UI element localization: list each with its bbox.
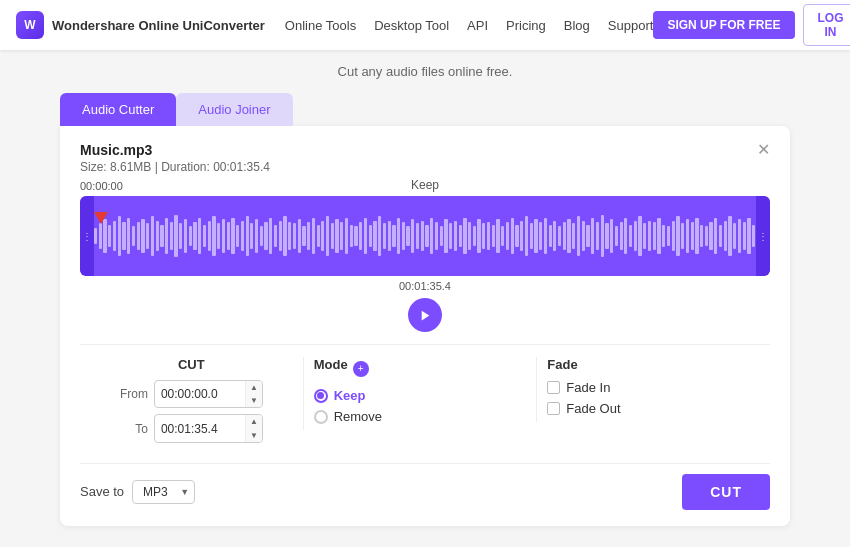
file-meta: Size: 8.61MB | Duration: 00:01:35.4 bbox=[80, 160, 270, 174]
mode-help-icon[interactable]: + bbox=[353, 361, 369, 377]
nav-link-api[interactable]: API bbox=[467, 18, 488, 33]
format-wrapper: MP3 AAC WAV OGG FLAC bbox=[132, 480, 195, 504]
playhead bbox=[94, 212, 108, 224]
to-spinner: ▲ ▼ bbox=[245, 415, 262, 441]
from-label: From bbox=[120, 387, 148, 401]
radio-remove-circle bbox=[314, 410, 328, 424]
from-input-wrapper: ▲ ▼ bbox=[154, 380, 263, 408]
mode-section: Mode + Keep Remove bbox=[303, 357, 537, 430]
bottom-bar: Save to MP3 AAC WAV OGG FLAC CUT bbox=[80, 463, 770, 510]
nav-link-desktop-tool[interactable]: Desktop Tool bbox=[374, 18, 449, 33]
radio-keep[interactable]: Keep bbox=[314, 388, 537, 403]
from-increment[interactable]: ▲ bbox=[246, 381, 262, 394]
checkbox-fade-out[interactable]: Fade Out bbox=[547, 401, 770, 416]
to-row: To ▲ ▼ bbox=[80, 414, 303, 442]
page-subtitle: Cut any audio files online free. bbox=[60, 64, 790, 79]
checkbox-fade-out-box bbox=[547, 402, 560, 415]
timecode-start: 00:00:00 bbox=[80, 180, 123, 192]
tabs: Audio Cutter Audio Joiner bbox=[60, 93, 790, 126]
timecode-end-row: 00:01:35.4 bbox=[80, 280, 770, 292]
play-icon bbox=[419, 309, 432, 322]
nav-links: Online Tools Desktop Tool API Pricing Bl… bbox=[285, 18, 654, 33]
logo-area: W Wondershare Online UniConverter bbox=[16, 11, 265, 39]
fade-section: Fade Fade In Fade Out bbox=[536, 357, 770, 422]
nav-link-pricing[interactable]: Pricing bbox=[506, 18, 546, 33]
radio-remove-label: Remove bbox=[334, 409, 382, 424]
logo-text: Wondershare Online UniConverter bbox=[52, 18, 265, 33]
nav-actions: SIGN UP FOR FREE LOG IN bbox=[653, 4, 850, 46]
mode-title-row: Mode + bbox=[314, 357, 537, 380]
page-content: Cut any audio files online free. Audio C… bbox=[0, 50, 850, 540]
main-card: Music.mp3 Size: 8.61MB | Duration: 00:01… bbox=[60, 126, 790, 526]
radio-keep-circle bbox=[314, 389, 328, 403]
from-input[interactable] bbox=[155, 384, 245, 404]
to-increment[interactable]: ▲ bbox=[246, 415, 262, 428]
checkbox-fade-out-label: Fade Out bbox=[566, 401, 620, 416]
signup-button[interactable]: SIGN UP FOR FREE bbox=[653, 11, 794, 39]
nav-link-blog[interactable]: Blog bbox=[564, 18, 590, 33]
to-label: To bbox=[120, 422, 148, 436]
radio-remove[interactable]: Remove bbox=[314, 409, 537, 424]
checkbox-fade-in-box bbox=[547, 381, 560, 394]
svg-marker-2 bbox=[421, 310, 429, 320]
from-decrement[interactable]: ▼ bbox=[246, 394, 262, 407]
cut-title: CUT bbox=[80, 357, 303, 372]
login-button[interactable]: LOG IN bbox=[803, 4, 850, 46]
file-info-row: Music.mp3 Size: 8.61MB | Duration: 00:01… bbox=[80, 142, 770, 174]
mode-title: Mode bbox=[314, 357, 348, 372]
cut-button[interactable]: CUT bbox=[682, 474, 770, 510]
save-label: Save to bbox=[80, 484, 124, 499]
tab-audio-cutter[interactable]: Audio Cutter bbox=[60, 93, 176, 126]
timecode-end: 00:01:35.4 bbox=[399, 280, 451, 292]
to-input[interactable] bbox=[155, 419, 245, 439]
keep-label: Keep bbox=[411, 178, 439, 192]
file-name: Music.mp3 bbox=[80, 142, 270, 158]
logo-icon: W bbox=[16, 11, 44, 39]
tab-audio-joiner[interactable]: Audio Joiner bbox=[176, 93, 292, 126]
nav-link-support[interactable]: Support bbox=[608, 18, 654, 33]
close-button[interactable]: ✕ bbox=[757, 142, 770, 158]
to-input-wrapper: ▲ ▼ bbox=[154, 414, 263, 442]
format-select[interactable]: MP3 AAC WAV OGG FLAC bbox=[132, 480, 195, 504]
play-btn-row bbox=[80, 298, 770, 332]
waveform-canvas bbox=[94, 196, 756, 276]
waveform-container: 00:00:00 Keep ⋮ ⋮ bbox=[80, 180, 770, 276]
radio-keep-label: Keep bbox=[334, 388, 366, 403]
from-row: From ▲ ▼ bbox=[80, 380, 303, 408]
handle-right[interactable]: ⋮ bbox=[756, 196, 770, 276]
waveform-track[interactable]: ⋮ ⋮ bbox=[80, 196, 770, 276]
checkbox-fade-in[interactable]: Fade In bbox=[547, 380, 770, 395]
cut-section: CUT From ▲ ▼ To bbox=[80, 357, 303, 449]
handle-left[interactable]: ⋮ bbox=[80, 196, 94, 276]
fade-title: Fade bbox=[547, 357, 770, 372]
file-info: Music.mp3 Size: 8.61MB | Duration: 00:01… bbox=[80, 142, 270, 174]
save-to-row: Save to MP3 AAC WAV OGG FLAC bbox=[80, 480, 195, 504]
from-spinner: ▲ ▼ bbox=[245, 381, 262, 407]
checkbox-fade-in-label: Fade In bbox=[566, 380, 610, 395]
controls-row: CUT From ▲ ▼ To bbox=[80, 344, 770, 449]
play-button[interactable] bbox=[408, 298, 442, 332]
navbar: W Wondershare Online UniConverter Online… bbox=[0, 0, 850, 50]
nav-link-online-tools[interactable]: Online Tools bbox=[285, 18, 356, 33]
to-decrement[interactable]: ▼ bbox=[246, 429, 262, 442]
